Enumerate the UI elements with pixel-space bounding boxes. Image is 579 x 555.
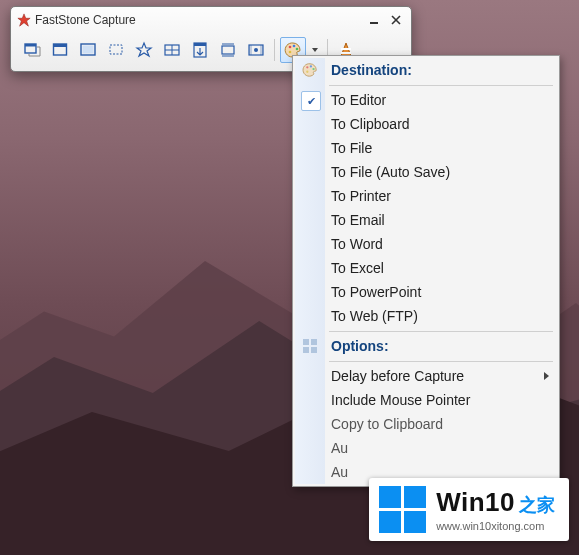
- svg-point-23: [254, 48, 258, 52]
- menu-header-options: Options:: [295, 334, 557, 358]
- menu-item-destination-2[interactable]: To File: [295, 136, 557, 160]
- capture-fullscreen-button[interactable]: [75, 37, 101, 63]
- options-icon: [301, 337, 319, 355]
- app-icon: [17, 13, 31, 27]
- svg-rect-22: [260, 45, 263, 55]
- menu-header-destination: Destination:: [295, 58, 557, 82]
- menu-item-destination-5[interactable]: To Email: [295, 208, 557, 232]
- capture-window-button[interactable]: [47, 37, 73, 63]
- menu-item-option-0[interactable]: Delay before Capture: [295, 364, 557, 388]
- svg-rect-1: [370, 22, 378, 24]
- titlebar[interactable]: FastStone Capture: [11, 7, 411, 31]
- capture-freehand-button[interactable]: [131, 37, 157, 63]
- watermark-suffix: 之家: [519, 493, 555, 517]
- svg-rect-30: [341, 52, 351, 54]
- menu-item-option-3[interactable]: Au: [295, 436, 557, 460]
- svg-point-24: [289, 46, 292, 49]
- menu-item-option-1[interactable]: Include Mouse Pointer: [295, 388, 557, 412]
- capture-fixed-size-button[interactable]: [215, 37, 241, 63]
- svg-rect-35: [303, 339, 309, 345]
- svg-point-27: [289, 51, 292, 54]
- submenu-arrow-icon: [544, 372, 549, 380]
- output-destination-menu: Destination:To EditorTo ClipboardTo File…: [292, 55, 560, 487]
- svg-rect-7: [54, 44, 67, 47]
- windows-logo-icon: [379, 486, 426, 533]
- menu-item-destination-0[interactable]: To Editor: [295, 88, 557, 112]
- capture-active-window-button[interactable]: [19, 37, 45, 63]
- watermark-name: Win10: [436, 487, 515, 518]
- svg-rect-5: [25, 44, 36, 47]
- menu-item-destination-4[interactable]: To Printer: [295, 184, 557, 208]
- menu-item-destination-6[interactable]: To Word: [295, 232, 557, 256]
- watermark-url: www.win10xitong.com: [436, 520, 555, 532]
- svg-rect-10: [110, 45, 122, 54]
- svg-point-25: [293, 45, 296, 48]
- menu-item-destination-1[interactable]: To Clipboard: [295, 112, 557, 136]
- window-title: FastStone Capture: [35, 13, 363, 27]
- capture-fixed-region-button[interactable]: [159, 37, 185, 63]
- svg-point-31: [306, 66, 308, 68]
- svg-point-26: [296, 48, 299, 51]
- capture-rectangle-button[interactable]: [103, 37, 129, 63]
- screen-recorder-button[interactable]: [243, 37, 269, 63]
- capture-scrolling-button[interactable]: [187, 37, 213, 63]
- svg-point-32: [310, 65, 312, 67]
- menu-item-option-2[interactable]: Copy to Clipboard: [295, 412, 557, 436]
- palette-icon: [301, 61, 319, 79]
- svg-rect-17: [222, 46, 234, 54]
- svg-marker-0: [18, 14, 30, 26]
- svg-rect-21: [249, 45, 252, 55]
- chevron-down-icon: [312, 48, 318, 52]
- svg-rect-16: [194, 43, 206, 46]
- svg-point-34: [306, 71, 308, 73]
- menu-item-destination-8[interactable]: To PowerPoint: [295, 280, 557, 304]
- svg-rect-29: [341, 48, 351, 50]
- svg-rect-9: [83, 46, 94, 54]
- minimize-button[interactable]: [363, 12, 385, 28]
- svg-rect-37: [303, 347, 309, 353]
- close-button[interactable]: [385, 12, 407, 28]
- toolbar-separator: [274, 39, 275, 61]
- menu-item-destination-7[interactable]: To Excel: [295, 256, 557, 280]
- svg-point-33: [312, 68, 314, 70]
- svg-marker-11: [137, 43, 151, 56]
- menu-item-destination-3[interactable]: To File (Auto Save): [295, 160, 557, 184]
- menu-item-destination-9[interactable]: To Web (FTP): [295, 304, 557, 328]
- svg-rect-36: [311, 339, 317, 345]
- svg-rect-38: [311, 347, 317, 353]
- watermark-logo: Win10 之家 www.win10xitong.com: [369, 478, 569, 541]
